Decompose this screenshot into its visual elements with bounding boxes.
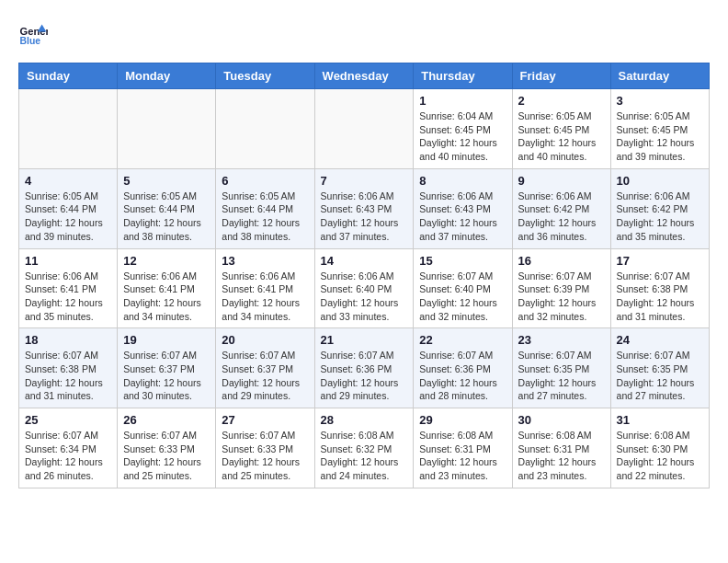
calendar-cell: 13Sunrise: 6:06 AM Sunset: 6:41 PM Dayli… <box>216 248 314 328</box>
weekday-header-monday: Monday <box>118 63 216 89</box>
day-info: Sunrise: 6:07 AM Sunset: 6:36 PM Dayligh… <box>321 349 408 403</box>
weekday-header-thursday: Thursday <box>414 63 512 89</box>
calendar-week-row: 4Sunrise: 6:05 AM Sunset: 6:44 PM Daylig… <box>19 168 710 248</box>
day-number: 6 <box>222 174 308 188</box>
day-info: Sunrise: 6:08 AM Sunset: 6:31 PM Dayligh… <box>419 429 506 483</box>
calendar-table: SundayMondayTuesdayWednesdayThursdayFrid… <box>18 63 710 488</box>
day-info: Sunrise: 6:07 AM Sunset: 6:37 PM Dayligh… <box>222 349 308 403</box>
day-number: 22 <box>419 333 506 347</box>
calendar-cell: 12Sunrise: 6:06 AM Sunset: 6:41 PM Dayli… <box>118 248 216 328</box>
logo-icon: General Blue <box>18 18 48 48</box>
calendar-cell: 21Sunrise: 6:07 AM Sunset: 6:36 PM Dayli… <box>314 328 414 408</box>
svg-text:Blue: Blue <box>20 36 41 46</box>
day-info: Sunrise: 6:06 AM Sunset: 6:43 PM Dayligh… <box>321 190 408 244</box>
day-info: Sunrise: 6:05 AM Sunset: 6:44 PM Dayligh… <box>123 190 210 244</box>
day-number: 17 <box>617 254 703 268</box>
day-number: 19 <box>123 333 210 347</box>
calendar-cell: 29Sunrise: 6:08 AM Sunset: 6:31 PM Dayli… <box>414 408 512 488</box>
calendar-cell: 28Sunrise: 6:08 AM Sunset: 6:32 PM Dayli… <box>314 408 414 488</box>
day-number: 3 <box>617 94 703 108</box>
day-info: Sunrise: 6:04 AM Sunset: 6:45 PM Dayligh… <box>419 109 506 164</box>
calendar-week-row: 1Sunrise: 6:04 AM Sunset: 6:45 PM Daylig… <box>19 89 710 169</box>
calendar-cell <box>19 89 118 169</box>
day-info: Sunrise: 6:05 AM Sunset: 6:45 PM Dayligh… <box>617 109 703 164</box>
day-number: 4 <box>25 174 111 188</box>
calendar-cell: 19Sunrise: 6:07 AM Sunset: 6:37 PM Dayli… <box>118 328 216 408</box>
weekday-header-tuesday: Tuesday <box>216 63 314 89</box>
logo: General Blue <box>18 18 51 48</box>
calendar-cell: 5Sunrise: 6:05 AM Sunset: 6:44 PM Daylig… <box>118 168 216 248</box>
calendar-cell: 27Sunrise: 6:07 AM Sunset: 6:33 PM Dayli… <box>216 408 314 488</box>
day-info: Sunrise: 6:05 AM Sunset: 6:45 PM Dayligh… <box>518 109 605 164</box>
day-info: Sunrise: 6:06 AM Sunset: 6:42 PM Dayligh… <box>518 190 605 244</box>
day-info: Sunrise: 6:07 AM Sunset: 6:40 PM Dayligh… <box>419 270 506 324</box>
day-info: Sunrise: 6:05 AM Sunset: 6:44 PM Dayligh… <box>222 190 308 244</box>
day-number: 5 <box>123 174 210 188</box>
day-info: Sunrise: 6:06 AM Sunset: 6:42 PM Dayligh… <box>617 190 703 244</box>
day-info: Sunrise: 6:08 AM Sunset: 6:31 PM Dayligh… <box>518 429 605 483</box>
calendar-cell: 20Sunrise: 6:07 AM Sunset: 6:37 PM Dayli… <box>216 328 314 408</box>
calendar-cell: 31Sunrise: 6:08 AM Sunset: 6:30 PM Dayli… <box>610 408 709 488</box>
day-info: Sunrise: 6:06 AM Sunset: 6:40 PM Dayligh… <box>321 270 408 324</box>
calendar-week-row: 11Sunrise: 6:06 AM Sunset: 6:41 PM Dayli… <box>19 248 710 328</box>
calendar-cell: 26Sunrise: 6:07 AM Sunset: 6:33 PM Dayli… <box>118 408 216 488</box>
calendar-cell: 30Sunrise: 6:08 AM Sunset: 6:31 PM Dayli… <box>512 408 610 488</box>
day-info: Sunrise: 6:08 AM Sunset: 6:32 PM Dayligh… <box>321 429 408 483</box>
calendar-cell: 17Sunrise: 6:07 AM Sunset: 6:38 PM Dayli… <box>610 248 709 328</box>
day-number: 13 <box>222 254 308 268</box>
day-number: 18 <box>25 333 111 347</box>
day-info: Sunrise: 6:07 AM Sunset: 6:39 PM Dayligh… <box>518 270 605 324</box>
calendar-cell <box>118 89 216 169</box>
day-number: 24 <box>617 333 703 347</box>
calendar-cell: 15Sunrise: 6:07 AM Sunset: 6:40 PM Dayli… <box>414 248 512 328</box>
calendar-cell: 14Sunrise: 6:06 AM Sunset: 6:40 PM Dayli… <box>314 248 414 328</box>
weekday-header-sunday: Sunday <box>19 63 118 89</box>
calendar-week-row: 25Sunrise: 6:07 AM Sunset: 6:34 PM Dayli… <box>19 408 710 488</box>
day-number: 12 <box>123 254 210 268</box>
day-info: Sunrise: 6:06 AM Sunset: 6:43 PM Dayligh… <box>419 190 506 244</box>
day-number: 8 <box>419 174 506 188</box>
day-number: 15 <box>419 254 506 268</box>
day-number: 11 <box>25 254 111 268</box>
day-info: Sunrise: 6:07 AM Sunset: 6:38 PM Dayligh… <box>25 349 111 403</box>
day-number: 16 <box>518 254 605 268</box>
day-info: Sunrise: 6:07 AM Sunset: 6:33 PM Dayligh… <box>123 429 210 483</box>
day-number: 28 <box>321 413 408 427</box>
calendar-cell: 7Sunrise: 6:06 AM Sunset: 6:43 PM Daylig… <box>314 168 414 248</box>
day-info: Sunrise: 6:06 AM Sunset: 6:41 PM Dayligh… <box>222 270 308 324</box>
day-number: 9 <box>518 174 605 188</box>
day-number: 14 <box>321 254 408 268</box>
day-info: Sunrise: 6:06 AM Sunset: 6:41 PM Dayligh… <box>123 270 210 324</box>
day-number: 27 <box>222 413 308 427</box>
calendar-cell: 18Sunrise: 6:07 AM Sunset: 6:38 PM Dayli… <box>19 328 118 408</box>
day-number: 30 <box>518 413 605 427</box>
day-number: 21 <box>321 333 408 347</box>
day-number: 20 <box>222 333 308 347</box>
day-info: Sunrise: 6:06 AM Sunset: 6:41 PM Dayligh… <box>25 270 111 324</box>
day-number: 31 <box>617 413 703 427</box>
calendar-cell: 11Sunrise: 6:06 AM Sunset: 6:41 PM Dayli… <box>19 248 118 328</box>
day-info: Sunrise: 6:08 AM Sunset: 6:30 PM Dayligh… <box>617 429 703 483</box>
calendar-cell: 22Sunrise: 6:07 AM Sunset: 6:36 PM Dayli… <box>414 328 512 408</box>
day-info: Sunrise: 6:07 AM Sunset: 6:36 PM Dayligh… <box>419 349 506 403</box>
day-info: Sunrise: 6:07 AM Sunset: 6:33 PM Dayligh… <box>222 429 308 483</box>
calendar-cell: 6Sunrise: 6:05 AM Sunset: 6:44 PM Daylig… <box>216 168 314 248</box>
calendar-cell: 16Sunrise: 6:07 AM Sunset: 6:39 PM Dayli… <box>512 248 610 328</box>
day-info: Sunrise: 6:07 AM Sunset: 6:35 PM Dayligh… <box>518 349 605 403</box>
calendar-cell: 23Sunrise: 6:07 AM Sunset: 6:35 PM Dayli… <box>512 328 610 408</box>
day-info: Sunrise: 6:07 AM Sunset: 6:38 PM Dayligh… <box>617 270 703 324</box>
page-header: General Blue <box>18 18 710 48</box>
day-number: 25 <box>25 413 111 427</box>
day-number: 2 <box>518 94 605 108</box>
calendar-cell: 9Sunrise: 6:06 AM Sunset: 6:42 PM Daylig… <box>512 168 610 248</box>
day-info: Sunrise: 6:07 AM Sunset: 6:34 PM Dayligh… <box>25 429 111 483</box>
calendar-cell: 4Sunrise: 6:05 AM Sunset: 6:44 PM Daylig… <box>19 168 118 248</box>
calendar-cell: 25Sunrise: 6:07 AM Sunset: 6:34 PM Dayli… <box>19 408 118 488</box>
calendar-cell: 2Sunrise: 6:05 AM Sunset: 6:45 PM Daylig… <box>512 89 610 169</box>
calendar-cell <box>314 89 414 169</box>
day-info: Sunrise: 6:05 AM Sunset: 6:44 PM Dayligh… <box>25 190 111 244</box>
calendar-cell: 3Sunrise: 6:05 AM Sunset: 6:45 PM Daylig… <box>610 89 709 169</box>
calendar-cell: 1Sunrise: 6:04 AM Sunset: 6:45 PM Daylig… <box>414 89 512 169</box>
calendar-cell: 8Sunrise: 6:06 AM Sunset: 6:43 PM Daylig… <box>414 168 512 248</box>
day-number: 26 <box>123 413 210 427</box>
